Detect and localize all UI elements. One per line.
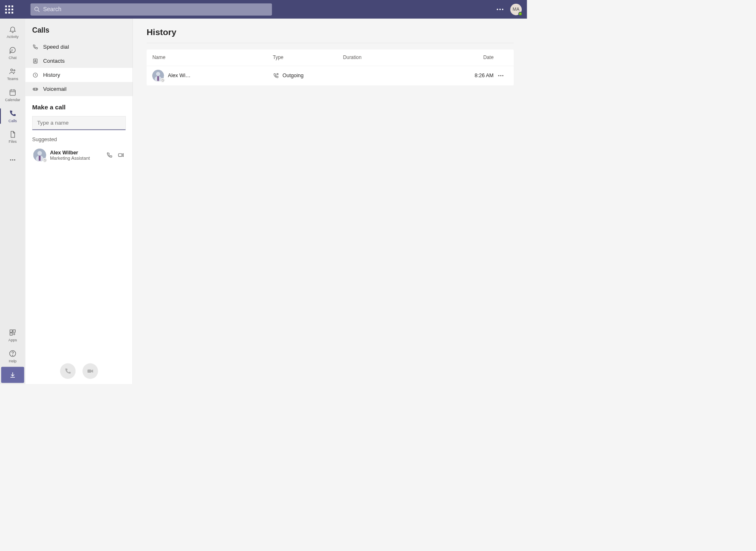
rail-activity[interactable]: Activity (0, 21, 25, 43)
history-table: Name Type Duration Date Alex W (146, 50, 513, 85)
calls-title: Calls (32, 26, 126, 34)
svg-point-24 (38, 151, 42, 156)
svg-line-36 (162, 80, 163, 81)
svg-point-16 (12, 355, 13, 355)
more-icon (9, 156, 17, 164)
history-icon (32, 72, 38, 78)
svg-point-11 (14, 159, 15, 161)
make-a-call: Make a call Suggested Alex Wilber Market… (25, 96, 132, 384)
contact-title: Marketing Assistant (50, 156, 90, 161)
more-options-icon[interactable] (497, 9, 503, 10)
contact-name: Alex Wilber (50, 149, 102, 156)
calls-nav: Speed dial Contacts History Voicemail (25, 40, 132, 96)
svg-point-10 (12, 159, 13, 161)
svg-point-4 (14, 70, 15, 71)
app-rail: Activity Chat Teams Calendar Calls Files (0, 19, 25, 384)
row-date: 8:26 AM (423, 73, 493, 79)
nav-history[interactable]: History (25, 68, 132, 82)
top-bar: MA (0, 0, 527, 19)
presence-offline-icon (42, 158, 47, 162)
rail-chat[interactable]: Chat (0, 43, 25, 64)
avatar-initials: MA (513, 7, 520, 12)
svg-point-9 (10, 159, 11, 161)
svg-point-0 (35, 7, 38, 11)
calls-sidebar: Calls Speed dial Contacts History Voicem… (25, 19, 133, 384)
search-box[interactable] (31, 3, 272, 15)
video-call-button[interactable] (82, 363, 98, 379)
audio-call-button[interactable] (60, 363, 75, 379)
svg-point-32 (156, 72, 160, 76)
svg-point-22 (36, 88, 37, 90)
rail-teams[interactable]: Teams (0, 64, 25, 85)
rail-apps[interactable]: Apps (0, 325, 25, 346)
svg-point-21 (34, 88, 35, 90)
file-icon (9, 130, 17, 139)
name-input[interactable] (37, 120, 121, 126)
name-input-wrapper[interactable] (32, 116, 126, 130)
nav-voicemail[interactable]: Voicemail (25, 82, 132, 96)
col-name[interactable]: Name (152, 54, 273, 60)
nav-contacts[interactable]: Contacts (25, 54, 132, 68)
row-avatar (152, 70, 164, 81)
rail-calls[interactable]: Calls (0, 106, 25, 127)
row-name: Alex Wi… (168, 73, 191, 79)
svg-line-1 (38, 10, 40, 12)
video-call-icon[interactable] (118, 151, 125, 158)
rail-calendar[interactable]: Calendar (0, 85, 25, 106)
search-icon (34, 6, 40, 12)
make-call-title: Make a call (32, 104, 126, 111)
rail-help[interactable]: Help (0, 346, 25, 367)
bell-icon (9, 25, 17, 33)
svg-rect-26 (39, 156, 41, 161)
help-icon (9, 350, 17, 358)
outgoing-call-icon (273, 73, 279, 79)
rail-files[interactable]: Files (0, 127, 25, 148)
user-avatar[interactable]: MA (510, 4, 522, 15)
presence-offline-icon (160, 78, 165, 82)
download-icon (9, 371, 16, 378)
phone-icon (9, 109, 17, 118)
svg-line-28 (44, 159, 45, 161)
svg-rect-29 (118, 154, 122, 156)
svg-rect-34 (157, 76, 159, 81)
presence-available-icon (518, 12, 523, 16)
nav-speed-dial[interactable]: Speed dial (25, 40, 132, 54)
video-fill-icon (86, 367, 94, 375)
phone-fill-icon (64, 367, 71, 375)
search-input[interactable] (43, 6, 268, 13)
col-type[interactable]: Type (273, 54, 343, 60)
svg-point-3 (11, 69, 13, 71)
history-panel: History Name Type Duration Date (133, 19, 527, 384)
col-date[interactable]: Date (423, 54, 493, 60)
svg-rect-30 (87, 369, 91, 373)
download-button[interactable] (1, 367, 24, 383)
svg-point-18 (35, 60, 36, 61)
contact-avatar (33, 149, 46, 161)
teams-icon (9, 67, 17, 76)
svg-rect-5 (10, 90, 15, 95)
svg-rect-12 (10, 330, 12, 332)
suggested-label: Suggested (32, 136, 126, 142)
row-type: Outgoing (283, 73, 304, 79)
chat-icon (9, 46, 17, 54)
calendar-icon (9, 88, 17, 97)
audio-call-icon[interactable] (106, 151, 113, 158)
phone-outline-icon (32, 44, 38, 50)
app-launcher-icon[interactable] (5, 5, 14, 14)
svg-rect-13 (13, 330, 15, 332)
row-more-icon[interactable] (494, 75, 508, 76)
apps-icon (9, 329, 17, 337)
table-row[interactable]: Alex Wi… Outgoing 8:26 AM (146, 66, 513, 85)
contacts-icon (32, 58, 38, 64)
voicemail-icon (32, 86, 38, 92)
col-duration[interactable]: Duration (343, 54, 424, 60)
history-title: History (146, 27, 513, 43)
svg-rect-14 (10, 333, 12, 336)
table-header: Name Type Duration Date (146, 50, 513, 66)
rail-more[interactable] (0, 149, 25, 170)
suggested-contact[interactable]: Alex Wilber Marketing Assistant (32, 147, 126, 163)
